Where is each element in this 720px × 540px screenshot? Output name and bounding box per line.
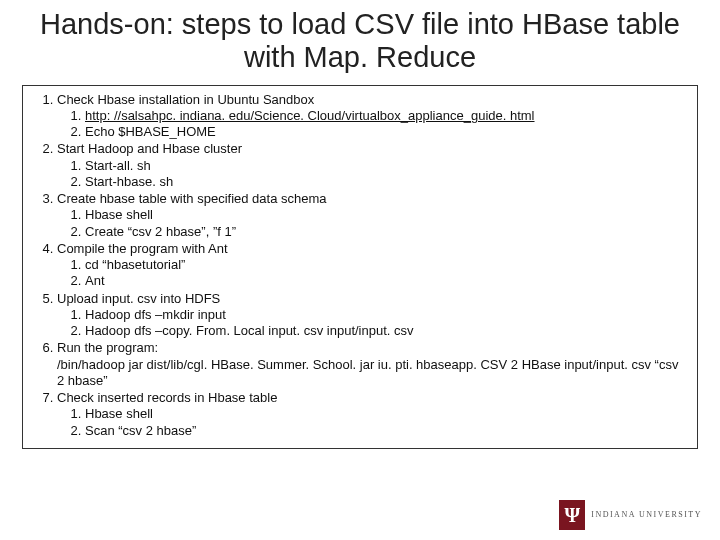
step-4-text: Compile the program with Ant [57, 241, 228, 256]
step-7-1: Hbase shell [85, 406, 689, 422]
university-name: INDIANA UNIVERSITY [591, 511, 702, 519]
step-6: Run the program: /bin/hadoop jar dist/li… [57, 340, 689, 389]
step-3-sub: Hbase shell Create “csv 2 hbase”, ”f 1” [57, 207, 689, 240]
step-7-sub: Hbase shell Scan “csv 2 hbase” [57, 406, 689, 439]
university-logo: Ψ INDIANA UNIVERSITY [559, 500, 702, 530]
step-5-sub: Hadoop dfs –mkdir input Hadoop dfs –copy… [57, 307, 689, 340]
step-5-2: Hadoop dfs –copy. From. Local input. csv… [85, 323, 689, 339]
step-7: Check inserted records in Hbase table Hb… [57, 390, 689, 439]
step-2-2: Start-hbase. sh [85, 174, 689, 190]
step-4-sub: cd “hbasetutorial” Ant [57, 257, 689, 290]
iu-trident-glyph: Ψ [564, 505, 580, 525]
step-7-2: Scan “csv 2 hbase” [85, 423, 689, 439]
step-1-sub: http: //salsahpc. indiana. edu/Science. … [57, 108, 689, 141]
step-5-1: Hadoop dfs –mkdir input [85, 307, 689, 323]
step-4: Compile the program with Ant cd “hbasetu… [57, 241, 689, 290]
step-1: Check Hbase installation in Ubuntu Sandb… [57, 92, 689, 141]
step-1-text: Check Hbase installation in Ubuntu Sandb… [57, 92, 314, 107]
step-5-text: Upload input. csv into HDFS [57, 291, 220, 306]
slide-title: Hands-on: steps to load CSV file into HB… [0, 0, 720, 79]
step-2-text: Start Hadoop and Hbase cluster [57, 141, 242, 156]
step-3-1: Hbase shell [85, 207, 689, 223]
step-1-1: http: //salsahpc. indiana. edu/Science. … [85, 108, 689, 124]
step-6-text: Run the program: [57, 340, 158, 355]
step-2-sub: Start-all. sh Start-hbase. sh [57, 158, 689, 191]
step-4-1: cd “hbasetutorial” [85, 257, 689, 273]
iu-trident-icon: Ψ [559, 500, 585, 530]
step-1-1-link[interactable]: http: //salsahpc. indiana. edu/Science. … [85, 108, 535, 123]
steps-box: Check Hbase installation in Ubuntu Sandb… [22, 85, 698, 449]
step-6-cont: /bin/hadoop jar dist/lib/cgl. HBase. Sum… [57, 357, 678, 388]
step-3-2: Create “csv 2 hbase”, ”f 1” [85, 224, 689, 240]
step-3-text: Create hbase table with specified data s… [57, 191, 327, 206]
step-4-2: Ant [85, 273, 689, 289]
step-1-2: Echo $HBASE_HOME [85, 124, 689, 140]
step-2: Start Hadoop and Hbase cluster Start-all… [57, 141, 689, 190]
step-2-1: Start-all. sh [85, 158, 689, 174]
steps-list: Check Hbase installation in Ubuntu Sandb… [31, 92, 689, 439]
step-3: Create hbase table with specified data s… [57, 191, 689, 240]
step-7-text: Check inserted records in Hbase table [57, 390, 277, 405]
step-5: Upload input. csv into HDFS Hadoop dfs –… [57, 291, 689, 340]
